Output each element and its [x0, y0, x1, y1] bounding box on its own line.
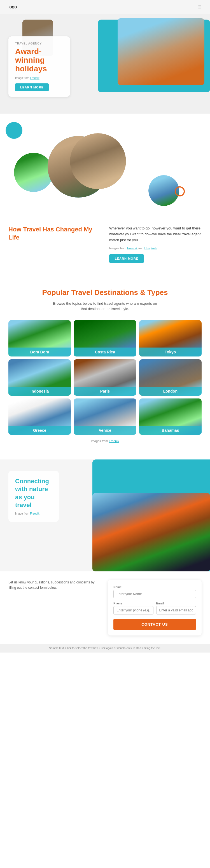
hero-title: Award-winning holidays	[15, 47, 63, 73]
about-credits: Images from Freepik and Unsplash	[109, 247, 202, 250]
about-images-area	[8, 130, 202, 214]
destination-label-paris: Paris	[73, 387, 136, 396]
nature-section: Connecting with nature as you travel Ima…	[0, 460, 210, 571]
destination-label-tokyo: Tokyo	[139, 347, 202, 356]
contact-left-text: Let us know your questions, suggestions …	[8, 580, 102, 590]
menu-icon[interactable]: ≡	[198, 3, 202, 11]
about-description: Wherever you want to go, however you wan…	[109, 225, 202, 243]
about-circle-palm	[14, 153, 53, 192]
contact-email-input[interactable]	[156, 606, 196, 615]
destinations-section: Popular Travel Destinations & Types Brow…	[0, 274, 210, 454]
about-heading: How Travel Has Changed My Life	[8, 225, 101, 242]
contact-name-row: Name	[113, 585, 196, 598]
hero-section: TRAVEL AGENCY Award-winning holidays Ima…	[0, 14, 210, 114]
nature-content: Connecting with nature as you travel Ima…	[0, 460, 67, 533]
logo: logo	[8, 4, 17, 9]
destination-label-greece: Greece	[8, 426, 71, 435]
footer-note-text: Sample text. Click to select the text bo…	[49, 647, 161, 650]
header: logo ≡	[0, 0, 210, 14]
hero-label: TRAVEL AGENCY	[15, 42, 63, 45]
destinations-grid: Bora Bora Costa Rica Tokyo Indonesia Par…	[8, 320, 202, 435]
contact-grid: Let us know your questions, suggestions …	[8, 580, 202, 636]
destination-card-tokyo[interactable]: Tokyo	[139, 320, 202, 356]
hero-content-box: TRAVEL AGENCY Award-winning holidays Ima…	[8, 36, 70, 97]
about-unsplash-link[interactable]: Unsplash	[144, 247, 157, 250]
destination-label-bora-bora: Bora Bora	[8, 347, 71, 356]
hero-image-main	[118, 18, 204, 85]
destination-card-costa-rica[interactable]: Costa Rica	[73, 320, 136, 356]
nature-heading: Connecting with nature as you travel	[15, 477, 52, 509]
destinations-title: Popular Travel Destinations & Types	[8, 288, 202, 298]
destination-label-indonesia: Indonesia	[8, 387, 71, 396]
about-learn-more-button[interactable]: LEARN MORE	[109, 254, 144, 263]
contact-form: Name Phone Email CONTACT US	[108, 580, 202, 636]
destination-card-paris[interactable]: Paris	[73, 359, 136, 396]
about-orange-ring	[175, 186, 185, 196]
destination-card-bahamas[interactable]: Bahamas	[139, 399, 202, 435]
contact-name-label: Name	[113, 585, 196, 589]
destination-card-venice[interactable]: Venice	[73, 399, 136, 435]
about-section: How Travel Has Changed My Life Wherever …	[0, 114, 210, 274]
nature-freepik-link[interactable]: Freepik	[30, 512, 39, 515]
destination-card-bora-bora[interactable]: Bora Bora	[8, 320, 71, 356]
contact-email-label: Email	[156, 601, 196, 605]
about-freepik-link[interactable]: Freepik	[127, 247, 138, 250]
nature-landscape-image	[92, 493, 210, 571]
destination-label-bahamas: Bahamas	[139, 426, 202, 435]
contact-name-input[interactable]	[113, 590, 196, 598]
destination-card-indonesia[interactable]: Indonesia	[8, 359, 71, 396]
destinations-credits: Images from Freepik	[8, 439, 202, 443]
destinations-subtitle: Browse the topics below to find travel a…	[52, 301, 158, 312]
nature-credit: Image from Freepik	[15, 512, 52, 515]
footer: Sample text. Click to select the text bo…	[0, 644, 210, 653]
contact-phone-email-row: Phone Email	[113, 601, 196, 615]
destination-card-london[interactable]: London	[139, 359, 202, 396]
contact-submit-button[interactable]: CONTACT US	[113, 619, 196, 630]
hero-freepik-link[interactable]: Freepik	[30, 76, 39, 80]
contact-section: Let us know your questions, suggestions …	[0, 571, 210, 644]
hero-learn-more-button[interactable]: LEARN MORE	[15, 83, 49, 91]
about-circle-friends	[70, 133, 126, 189]
destination-label-venice: Venice	[73, 426, 136, 435]
hero-image-credit: Image from Freepik	[15, 76, 63, 80]
about-text-area: How Travel Has Changed My Life Wherever …	[8, 225, 202, 262]
destination-label-london: London	[139, 387, 202, 396]
contact-phone-input[interactable]	[113, 606, 153, 615]
destination-label-costa-rica: Costa Rica	[73, 347, 136, 356]
destinations-freepik-link[interactable]: Freepik	[109, 439, 119, 443]
contact-phone-label: Phone	[113, 601, 153, 605]
destination-card-greece[interactable]: Greece	[8, 399, 71, 435]
